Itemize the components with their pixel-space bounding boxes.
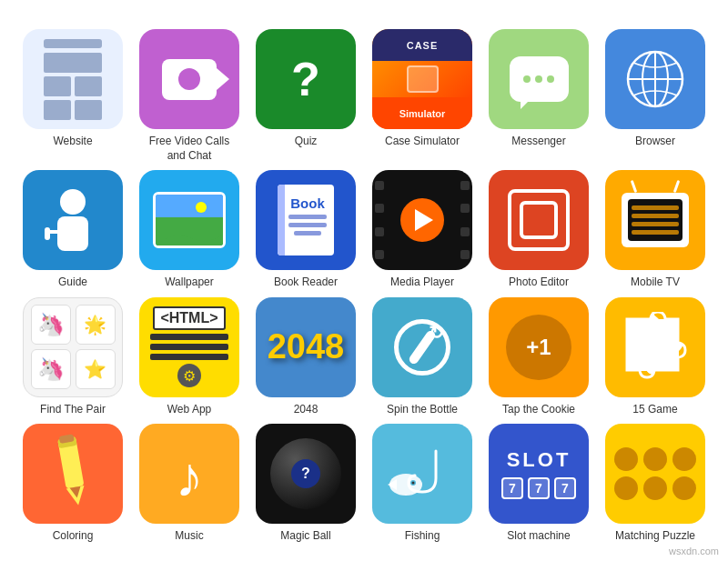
app-mediaplayer[interactable]: Media Player xyxy=(368,170,477,290)
app-2048[interactable]: 2048 2048 xyxy=(251,297,360,417)
app-browser[interactable]: Browser xyxy=(601,29,710,163)
coloring-label: Coloring xyxy=(53,529,94,544)
slotmachine-icon: SLOT 7 7 7 xyxy=(489,424,589,524)
watermark: wsxdn.com xyxy=(669,546,719,556)
webapp-icon: <HTML> ⚙ xyxy=(139,297,239,397)
15game-icon: ✦ xyxy=(605,297,705,397)
app-mobiletv[interactable]: Mobile TV xyxy=(601,170,710,290)
magicball-label: Magic Ball xyxy=(280,529,330,544)
2048-icon: 2048 xyxy=(256,297,356,397)
app-photoeditor[interactable]: Photo Editor xyxy=(484,170,593,290)
app-quiz[interactable]: ? Quiz xyxy=(251,29,360,163)
website-label: Website xyxy=(53,135,92,149)
app-tapcookie[interactable]: +1 Tap the Cookie xyxy=(484,297,593,417)
tapcookie-icon: +1 xyxy=(489,297,589,397)
app-magicball[interactable]: ? Magic Ball xyxy=(251,424,360,544)
fishing-label: Fishing xyxy=(405,529,440,544)
quiz-label: Quiz xyxy=(295,135,318,149)
music-label: Music xyxy=(175,529,203,544)
app-fishing[interactable]: Fishing xyxy=(368,424,477,544)
mediaplayer-icon xyxy=(372,170,472,270)
webapp-label: Web App xyxy=(167,403,211,417)
app-matching[interactable]: Matching Puzzle xyxy=(601,424,710,544)
wallpaper-label: Wallpaper xyxy=(165,275,214,290)
mediaplayer-label: Media Player xyxy=(390,275,454,290)
coloring-icon xyxy=(23,424,123,524)
app-messenger[interactable]: Messenger xyxy=(484,29,593,163)
app-bookreader[interactable]: Book Book Reader xyxy=(251,170,360,290)
globe-svg xyxy=(622,46,688,112)
case-icon: CASE Simulator xyxy=(372,29,472,129)
svg-point-18 xyxy=(412,482,415,485)
svg-rect-7 xyxy=(45,227,50,240)
15game-label: 15 Game xyxy=(632,403,677,417)
fishing-icon xyxy=(372,424,472,524)
videocalls-icon xyxy=(139,29,239,129)
guide-icon xyxy=(23,170,123,270)
app-spinbottle[interactable]: ↻ Spin the Bottle xyxy=(368,297,477,417)
svg-point-4 xyxy=(60,189,86,215)
spinbottle-icon: ↻ xyxy=(372,297,472,397)
photoeditor-icon xyxy=(489,170,589,270)
messenger-icon xyxy=(489,29,589,129)
app-slotmachine[interactable]: SLOT 7 7 7 Slot machine xyxy=(484,424,593,544)
messenger-label: Messenger xyxy=(511,135,565,149)
wallpaper-icon xyxy=(139,170,239,270)
browser-label: Browser xyxy=(635,135,675,149)
app-music[interactable]: ♪ Music xyxy=(135,424,244,544)
bookreader-icon: Book xyxy=(256,170,356,270)
case-label: Case Simulator xyxy=(385,135,460,149)
browser-icon xyxy=(605,29,705,129)
app-15game[interactable]: ✦ 15 Game xyxy=(601,297,710,417)
matching-icon xyxy=(605,424,705,524)
app-website[interactable]: Website xyxy=(18,29,127,163)
slotmachine-label: Slot machine xyxy=(507,529,570,544)
findpair-label: Find The Pair xyxy=(40,403,106,417)
guide-label: Guide xyxy=(58,275,87,290)
app-wallpaper[interactable]: Wallpaper xyxy=(135,170,244,290)
magicball-icon: ? xyxy=(256,424,356,524)
tapcookie-label: Tap the Cookie xyxy=(502,403,575,417)
website-icon xyxy=(23,29,123,129)
spinbottle-label: Spin the Bottle xyxy=(387,403,458,417)
app-findpair[interactable]: 🦄 🌟 🦄 ⭐ Find The Pair xyxy=(18,297,127,417)
svg-text:✦: ✦ xyxy=(645,331,666,359)
mobiletv-icon xyxy=(605,170,705,270)
2048-label: 2048 xyxy=(294,403,318,417)
app-videocalls[interactable]: Free Video Callsand Chat xyxy=(135,29,244,163)
app-webapp[interactable]: <HTML> ⚙ Web App xyxy=(135,297,244,417)
svg-rect-5 xyxy=(57,216,88,251)
videocalls-label: Free Video Callsand Chat xyxy=(149,135,230,163)
app-coloring[interactable]: Coloring xyxy=(18,424,127,544)
app-guide[interactable]: Guide xyxy=(18,170,127,290)
app-case[interactable]: CASE Simulator Case Simulator xyxy=(368,29,477,163)
mobiletv-label: Mobile TV xyxy=(631,275,680,290)
music-icon: ♪ xyxy=(139,424,239,524)
matching-label: Matching Puzzle xyxy=(615,529,695,544)
findpair-icon: 🦄 🌟 🦄 ⭐ xyxy=(23,297,123,397)
photoeditor-label: Photo Editor xyxy=(509,275,569,290)
quiz-icon: ? xyxy=(256,29,356,129)
bookreader-label: Book Reader xyxy=(274,275,338,290)
